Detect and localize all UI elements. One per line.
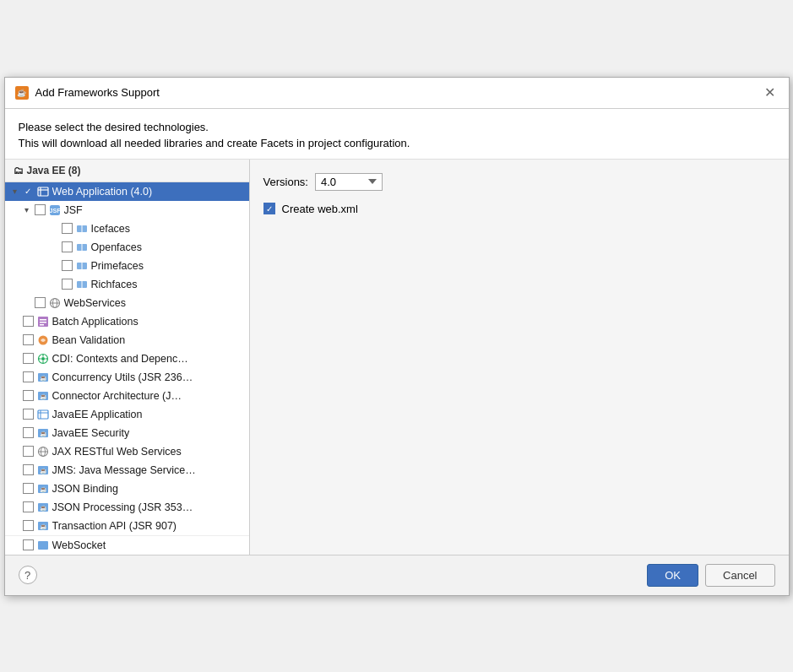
label-websocket: WebSocket <box>52 539 106 551</box>
checkbox-javaee-app[interactable] <box>23 409 34 420</box>
tree-item-jms[interactable]: ▸ ☕ JMS: Java Message Service… <box>5 461 249 480</box>
title-bar-left: ☕ Add Frameworks Support <box>15 86 160 100</box>
svg-rect-0 <box>38 187 48 196</box>
icon-javaee-app <box>36 408 50 421</box>
svg-text:☕: ☕ <box>39 393 46 400</box>
icon-icefaces <box>75 222 89 236</box>
icon-bean <box>36 333 50 347</box>
description-area: Please select the desired technologies. … <box>5 109 789 160</box>
checkbox-icefaces[interactable] <box>62 223 73 234</box>
close-button[interactable]: ✕ <box>762 84 779 101</box>
tree-item-cdi[interactable]: ▸ CDI: Contexts and Depenc… <box>5 350 249 368</box>
svg-text:JSF: JSF <box>49 208 60 214</box>
icon-jms: ☕ <box>36 463 50 477</box>
icon-connector: ☕ <box>36 389 50 403</box>
tree-item-connector[interactable]: ▸ ☕ Connector Architecture (J… <box>5 387 249 405</box>
description-line2: This will download all needed libraries … <box>19 135 775 152</box>
svg-rect-18 <box>40 322 46 323</box>
footer-buttons: OK Cancel <box>647 564 774 587</box>
tree-item-richfaces[interactable]: ▸ Richfaces <box>5 275 249 294</box>
create-xml-row: Create web.xml <box>263 203 775 215</box>
checkbox-bean[interactable] <box>23 334 34 345</box>
checkbox-batch[interactable] <box>23 316 34 327</box>
label-web-app: Web Application (4.0) <box>52 186 153 198</box>
tree-item-transaction[interactable]: ▸ ☕ Transaction API (JSR 907) <box>5 517 249 535</box>
expand-arrow-jsf: ▾ <box>22 205 32 215</box>
icon-websocket <box>36 539 50 552</box>
svg-text:☕: ☕ <box>39 467 46 474</box>
description-line1: Please select the desired technologies. <box>19 119 775 136</box>
icon-richfaces <box>75 278 89 291</box>
tree-item-jsf[interactable]: ▾ JSF JSF <box>5 201 249 219</box>
checkbox-jax-rest[interactable] <box>23 446 34 457</box>
icon-batch <box>36 315 50 328</box>
tree-item-jax-rest[interactable]: ▸ JAX RESTful Web Services <box>5 442 249 461</box>
checkbox-openfaces[interactable] <box>62 241 73 252</box>
versions-label: Versions: <box>263 176 308 188</box>
svg-rect-19 <box>40 324 44 326</box>
tree-item-javaee-app[interactable]: ▸ JavaEE Application <box>5 405 249 424</box>
label-json-binding: JSON Binding <box>52 483 119 495</box>
icon-jsf: JSF <box>48 203 62 217</box>
create-xml-checkbox[interactable] <box>263 203 275 214</box>
create-xml-label: Create web.xml <box>282 203 358 215</box>
tree-item-javaee-security[interactable]: ▸ ☕ JavaEE Security <box>5 424 249 442</box>
label-icefaces: Icefaces <box>91 223 131 235</box>
checkbox-primefaces[interactable] <box>62 260 73 271</box>
checkbox-web-app[interactable] <box>23 186 34 197</box>
section-title: Java EE (8) <box>27 165 81 176</box>
label-javaee-security: JavaEE Security <box>52 427 130 439</box>
label-webservices: WebServices <box>64 297 126 309</box>
checkbox-websocket[interactable] <box>23 539 34 550</box>
checkbox-javaee-security[interactable] <box>23 427 34 438</box>
cancel-button[interactable]: Cancel <box>705 564 774 587</box>
checkbox-json-processing[interactable] <box>23 501 34 512</box>
checkbox-transaction[interactable] <box>23 520 34 531</box>
icon-web-app <box>36 185 50 198</box>
tree-item-openfaces[interactable]: ▸ Openfaces <box>5 238 249 257</box>
tree-item-batch[interactable]: ▸ Batch Applications <box>5 312 249 331</box>
tree-item-json-binding[interactable]: ▸ ☕ JSON Binding <box>5 480 249 498</box>
checkbox-connector[interactable] <box>23 390 34 401</box>
checkbox-cdi[interactable] <box>23 353 34 364</box>
label-transaction: Transaction API (JSR 907) <box>52 520 177 532</box>
svg-text:☕: ☕ <box>39 485 46 493</box>
label-json-processing: JSON Processing (JSR 353… <box>52 501 193 513</box>
help-button[interactable]: ? <box>19 566 37 584</box>
tree-item-primefaces[interactable]: ▸ Primefaces <box>5 257 249 275</box>
label-jax-rest: JAX RESTful Web Services <box>52 446 182 458</box>
label-concurrency: Concurrency Utils (JSR 236… <box>52 371 193 383</box>
svg-rect-31 <box>38 410 48 419</box>
label-richfaces: Richfaces <box>91 279 138 290</box>
checkbox-jms[interactable] <box>23 464 34 475</box>
icon-cdi <box>36 352 50 366</box>
checkbox-webservices[interactable] <box>35 297 46 308</box>
tree-item-websocket[interactable]: ▸ WebSocket <box>5 535 249 555</box>
tree-item-webservices[interactable]: ▸ WebServices <box>5 294 249 312</box>
icon-transaction: ☕ <box>36 519 50 533</box>
checkbox-jsf[interactable] <box>35 204 46 215</box>
svg-point-22 <box>41 357 45 360</box>
add-frameworks-dialog: ☕ Add Frameworks Support ✕ Please select… <box>4 77 790 596</box>
tree-item-icefaces[interactable]: ▸ Icefaces <box>5 219 249 238</box>
right-panel: Versions: 4.0 3.1 3.0 2.5 2.4 Create web… <box>250 160 789 555</box>
ok-button[interactable]: OK <box>647 564 698 587</box>
versions-select[interactable]: 4.0 3.1 3.0 2.5 2.4 <box>315 173 383 191</box>
label-javaee-app: JavaEE Application <box>52 409 143 420</box>
checkbox-richfaces[interactable] <box>62 279 73 290</box>
icon-json-binding: ☕ <box>36 482 50 496</box>
left-panel: 🗂 Java EE (8) ▾ Web Application (4.0) <box>5 160 250 555</box>
dialog-title-icon: ☕ <box>15 86 29 100</box>
checkbox-json-binding[interactable] <box>23 483 34 494</box>
svg-text:☕: ☕ <box>39 374 46 382</box>
checkbox-concurrency[interactable] <box>23 371 34 382</box>
tree-item-concurrency[interactable]: ▸ ☕ Concurrency Utils (JSR 236… <box>5 368 249 387</box>
tree-item-bean[interactable]: ▸ Bean Validation <box>5 331 249 350</box>
tree-item-json-processing[interactable]: ▸ ☕ JSON Processing (JSR 353… <box>5 498 249 517</box>
icon-webservices <box>48 296 62 310</box>
section-header: 🗂 Java EE (8) <box>5 160 249 182</box>
title-bar: ☕ Add Frameworks Support ✕ <box>5 78 789 109</box>
section-icon: 🗂 <box>14 165 24 176</box>
tree-item-web-app[interactable]: ▾ Web Application (4.0) <box>5 182 249 201</box>
label-primefaces: Primefaces <box>91 260 144 272</box>
